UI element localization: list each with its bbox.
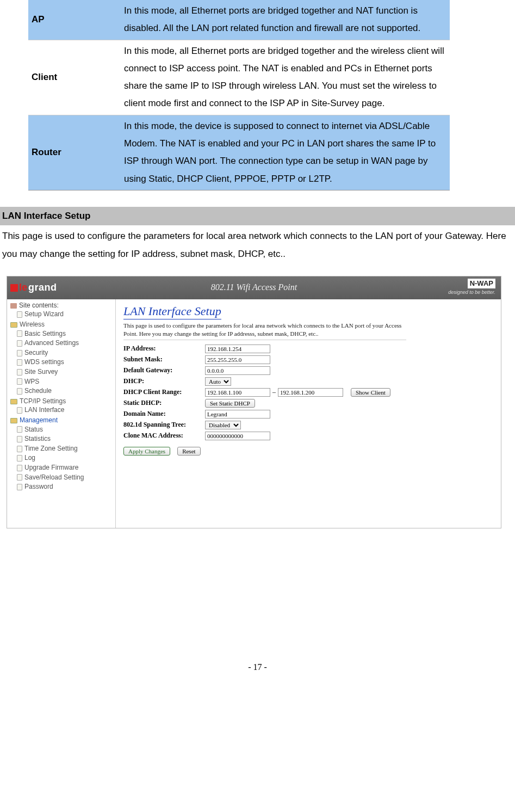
clone-mac-label: Clone MAC Address: bbox=[123, 432, 205, 440]
apply-changes-button[interactable]: Apply Changes bbox=[123, 447, 170, 456]
modes-table: AP In this mode, all Ethernet ports are … bbox=[28, 0, 450, 190]
section-body: This page is used to configure the param… bbox=[0, 225, 515, 265]
sidebar-item-wps[interactable]: WPS bbox=[17, 377, 115, 387]
dhcp-label: DHCP: bbox=[123, 377, 205, 386]
page-icon bbox=[17, 446, 22, 452]
set-static-dhcp-button[interactable]: Set Static DHCP bbox=[205, 399, 255, 408]
stp-label: 802.1d Spanning Tree: bbox=[123, 421, 205, 429]
page-icon bbox=[17, 455, 22, 462]
sidebar-item-time-zone[interactable]: Time Zone Setting bbox=[17, 444, 115, 454]
page-icon bbox=[17, 407, 22, 414]
clone-mac-input[interactable] bbox=[205, 432, 270, 440]
show-client-button[interactable]: Show Client bbox=[351, 388, 390, 397]
header-title: 802.11 Wifi Access Point bbox=[7, 282, 501, 293]
brand-text-1: le bbox=[19, 281, 27, 294]
mode-label-client: Client bbox=[28, 40, 121, 115]
mode-label-ap: AP bbox=[28, 0, 121, 40]
page-icon bbox=[17, 388, 22, 395]
sidebar-item-upgrade-firmware[interactable]: Upgrade Firmware bbox=[17, 463, 115, 473]
embedded-screenshot: legrand 802.11 Wifi Access Point N-WAP d… bbox=[7, 276, 501, 528]
sidebar-item-wds-settings[interactable]: WDS settings bbox=[17, 358, 115, 367]
page-icon bbox=[17, 426, 22, 433]
brand-square-icon bbox=[10, 284, 18, 292]
sidebar-item-setup-wizard[interactable]: Setup Wizard bbox=[17, 310, 115, 319]
page-number: - 17 - bbox=[0, 659, 515, 675]
sidebar-item-statistics[interactable]: Statistics bbox=[17, 434, 115, 444]
sidebar-item-save-reload[interactable]: Save/Reload Setting bbox=[17, 473, 115, 483]
page-icon bbox=[17, 474, 22, 481]
mode-desc-ap: In this mode, all Ethernet ports are bri… bbox=[121, 0, 450, 40]
sidebar-item-status[interactable]: Status bbox=[17, 425, 115, 435]
sidebar-group-tcpip[interactable]: TCP/IP Settings bbox=[7, 397, 115, 406]
page-icon bbox=[17, 378, 22, 385]
book-icon bbox=[10, 303, 17, 309]
sidebar-item-password[interactable]: Password bbox=[17, 482, 115, 492]
page-icon bbox=[17, 484, 22, 490]
page-icon bbox=[17, 350, 22, 356]
mask-label: Subnet Mask: bbox=[123, 355, 205, 364]
sidebar: Site contents: Setup Wizard Wireless Bas… bbox=[7, 299, 116, 528]
range-label: DHCP Client Range: bbox=[123, 388, 205, 397]
sidebar-item-schedule[interactable]: Schedule bbox=[17, 386, 115, 396]
sidebar-item-lan-interface[interactable]: LAN Interface bbox=[17, 405, 115, 415]
ip-input[interactable] bbox=[205, 345, 270, 353]
page-icon bbox=[17, 359, 22, 366]
dhcp-select[interactable]: Auto bbox=[205, 377, 231, 386]
folder-icon bbox=[10, 418, 17, 423]
range-from-input[interactable] bbox=[205, 388, 270, 397]
mode-label-router: Router bbox=[28, 115, 121, 190]
folder-icon bbox=[10, 399, 17, 404]
tagline: designed to be better. bbox=[448, 290, 495, 296]
brand-text-2: grand bbox=[28, 281, 57, 294]
sidebar-item-security[interactable]: Security bbox=[17, 348, 115, 358]
gateway-input[interactable] bbox=[205, 366, 270, 375]
page-icon bbox=[17, 465, 22, 471]
page-icon bbox=[17, 369, 22, 376]
ip-label: IP Address: bbox=[123, 345, 205, 353]
stp-select[interactable]: Disabled bbox=[205, 421, 241, 429]
app-header: legrand 802.11 Wifi Access Point N-WAP d… bbox=[7, 276, 501, 299]
folder-icon bbox=[10, 322, 17, 328]
section-title: LAN Interface Setup bbox=[0, 207, 515, 225]
mask-input[interactable] bbox=[205, 355, 270, 364]
panel-title: LAN Interface Setup bbox=[123, 304, 221, 320]
sidebar-item-log[interactable]: Log bbox=[17, 453, 115, 463]
gateway-label: Default Gateway: bbox=[123, 366, 205, 375]
page-icon bbox=[17, 340, 22, 347]
nwap-badge: N-WAP bbox=[468, 279, 495, 289]
sidebar-group-wireless[interactable]: Wireless bbox=[7, 321, 115, 329]
page-icon bbox=[17, 311, 22, 318]
domain-label: Domain Name: bbox=[123, 410, 205, 419]
sidebar-group-management[interactable]: Management bbox=[7, 416, 115, 425]
brand-logo: legrand bbox=[7, 281, 57, 294]
range-to-input[interactable] bbox=[278, 388, 343, 397]
mode-desc-client: In this mode, all Ethernet ports are bri… bbox=[121, 40, 450, 115]
range-dash: – bbox=[272, 388, 276, 397]
domain-input[interactable] bbox=[205, 410, 270, 419]
sidebar-title: Site contents: bbox=[7, 302, 115, 310]
mode-desc-router: In this mode, the device is supposed to … bbox=[121, 115, 450, 190]
static-dhcp-label: Static DHCP: bbox=[123, 399, 205, 408]
page-icon bbox=[17, 436, 22, 442]
main-panel: LAN Interface Setup This page is used to… bbox=[116, 299, 501, 528]
header-right: N-WAP designed to be better. bbox=[448, 280, 501, 297]
reset-button[interactable]: Reset bbox=[177, 447, 200, 456]
sidebar-item-basic-settings[interactable]: Basic Settings bbox=[17, 329, 115, 339]
sidebar-item-advanced-settings[interactable]: Advanced Settings bbox=[17, 339, 115, 348]
page-icon bbox=[17, 330, 22, 337]
sidebar-item-site-survey[interactable]: Site Survey bbox=[17, 367, 115, 377]
panel-desc: This page is used to configure the param… bbox=[123, 322, 406, 340]
